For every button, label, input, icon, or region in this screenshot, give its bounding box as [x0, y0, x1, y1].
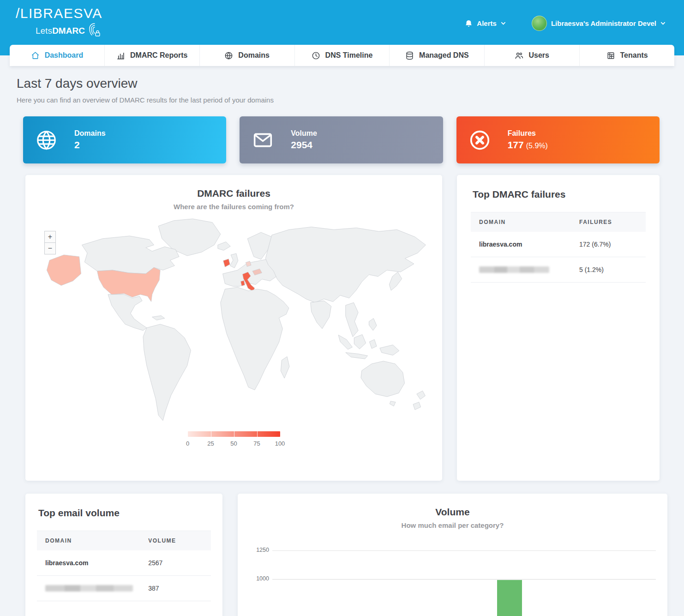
top-header: /LIBRAESVA LetsDMARC Alerts — [0, 0, 684, 55]
map-card-title: DMARC failures — [25, 175, 442, 199]
tenant-icon — [606, 51, 615, 60]
stat-card-failures[interactable]: Failures 177(5.9%) — [456, 116, 660, 163]
gridline-1000: 1000 — [272, 579, 656, 580]
tab-dmarc-reports[interactable]: DMARC Reports — [104, 45, 199, 66]
top-failures-table: DOMAIN FAILURES libraesva.com 172 (6.7%)… — [471, 212, 646, 283]
table-row[interactable]: 387 — [37, 576, 211, 601]
volume-cell: 387 — [148, 585, 211, 592]
volume-chart-card: Volume How much email per category? 1250… — [238, 494, 667, 616]
top-dmarc-failures-card: Top DMARC failures DOMAIN FAILURES libra… — [457, 175, 660, 481]
table-row[interactable]: libraesva.com 172 (6.7%) — [471, 232, 646, 257]
region-ireland[interactable] — [223, 259, 230, 267]
column-header-volume: VOLUME — [148, 537, 211, 544]
region-mexico — [108, 295, 147, 331]
region-philippines — [369, 318, 377, 330]
region-canada — [82, 236, 179, 274]
world-map[interactable]: + − — [25, 217, 442, 449]
map-card-subtitle: Where are the failures coming from? — [25, 203, 442, 211]
map-zoom-in-button[interactable]: + — [44, 231, 56, 243]
tab-label: Domains — [238, 51, 270, 60]
table-row[interactable]: libraesva.com 2567 — [37, 550, 211, 576]
tab-users[interactable]: Users — [484, 45, 579, 66]
tab-tenants[interactable]: Tenants — [579, 45, 674, 66]
region-new-zealand-north — [416, 391, 425, 399]
region-sulawesi — [369, 339, 377, 349]
stat-label: Volume — [291, 129, 317, 138]
y-tick-label: 1000 — [252, 575, 269, 582]
tab-label: DMARC Reports — [130, 51, 187, 60]
region-new-guinea — [379, 345, 399, 355]
domain-cell: libraesva.com — [37, 559, 148, 567]
failures-cell: 5 (1.2%) — [579, 266, 646, 273]
globe-icon — [36, 130, 57, 151]
region-india — [310, 301, 331, 328]
legend-tick: 50 — [230, 440, 237, 447]
region-new-zealand-south — [413, 402, 421, 410]
legend-tick: 100 — [275, 440, 285, 447]
stat-value: 177 — [508, 139, 524, 150]
envelope-icon — [252, 130, 273, 151]
region-asia — [265, 227, 426, 302]
region-sumatra — [338, 335, 352, 349]
map-legend-gradient — [188, 431, 280, 437]
alerts-label: Alerts — [477, 19, 497, 27]
dmarc-failures-map-card: DMARC failures Where are the failures co… — [25, 175, 442, 481]
region-caribbean — [152, 316, 164, 320]
tab-label: Users — [528, 51, 549, 60]
tab-label: DNS Timeline — [325, 51, 373, 60]
gridline-1250: 1250 — [272, 550, 656, 551]
map-legend: 0 25 50 75 100 — [188, 431, 280, 449]
database-icon — [405, 51, 414, 60]
region-alaska[interactable] — [47, 255, 81, 285]
stat-suffix: (5.9%) — [526, 142, 548, 150]
volume-bar[interactable] — [497, 580, 522, 616]
user-name: Libraesva's Administrator Devel — [551, 19, 656, 27]
tab-label: Managed DNS — [419, 51, 469, 60]
circle-x-icon — [469, 130, 490, 151]
table-row[interactable]: 5 (1.2%) — [471, 257, 646, 283]
region-south-america — [143, 324, 191, 421]
redacted-domain — [45, 585, 133, 592]
region-australia — [360, 361, 404, 397]
alerts-menu[interactable]: Alerts — [465, 19, 506, 28]
tab-dns-timeline[interactable]: DNS Timeline — [294, 45, 390, 66]
top-volume-table: DOMAIN VOLUME libraesva.com 2567 387 — [37, 531, 211, 601]
region-tasmania — [390, 401, 396, 406]
tab-dashboard[interactable]: Dashboard — [10, 45, 104, 66]
region-japan — [389, 272, 402, 290]
region-indochina — [345, 302, 358, 337]
main-nav: Dashboard DMARC Reports Domains DNS Time… — [10, 45, 674, 66]
region-java — [345, 352, 367, 359]
stat-card-domains[interactable]: Domains 2 — [23, 116, 226, 163]
fingerprint-icon — [88, 22, 102, 40]
domain-cell: libraesva.com — [471, 241, 579, 248]
region-united-kingdom — [230, 254, 238, 268]
dashboard-content: Last 7 days overview Here you can find a… — [0, 55, 684, 616]
stat-value: 2 — [74, 139, 80, 150]
tab-label: Dashboard — [45, 51, 84, 60]
page-title: Last 7 days overview — [17, 76, 667, 91]
column-header-failures: FAILURES — [579, 219, 646, 225]
avatar — [532, 16, 547, 31]
stat-label: Failures — [508, 129, 548, 138]
page-subtitle: Here you can find an overview of DMARC r… — [17, 96, 667, 104]
y-tick-label: 1250 — [252, 547, 269, 553]
chevron-down-icon — [660, 21, 666, 26]
home-icon — [31, 51, 40, 60]
region-sardinia[interactable] — [240, 280, 245, 286]
product-name-bold: DMARC — [52, 26, 85, 36]
bar-chart-icon — [116, 51, 125, 60]
column-header-domain: DOMAIN — [471, 219, 579, 225]
region-borneo — [354, 334, 366, 349]
volume-bar-chart[interactable]: 1250 1000 — [238, 494, 667, 616]
stat-value: 2954 — [291, 139, 312, 150]
map-zoom-out-button[interactable]: − — [44, 242, 56, 254]
stat-card-volume[interactable]: Volume 2954 — [240, 116, 443, 163]
legend-tick: 0 — [186, 440, 189, 447]
tab-managed-dns[interactable]: Managed DNS — [389, 45, 484, 66]
top-volume-title: Top email volume — [25, 494, 222, 519]
brand-logo: /LIBRAESVA LetsDMARC — [16, 6, 102, 40]
tab-domains[interactable]: Domains — [199, 45, 294, 66]
user-menu[interactable]: Libraesva's Administrator Devel — [532, 16, 666, 31]
product-name-light: Lets — [36, 26, 52, 36]
